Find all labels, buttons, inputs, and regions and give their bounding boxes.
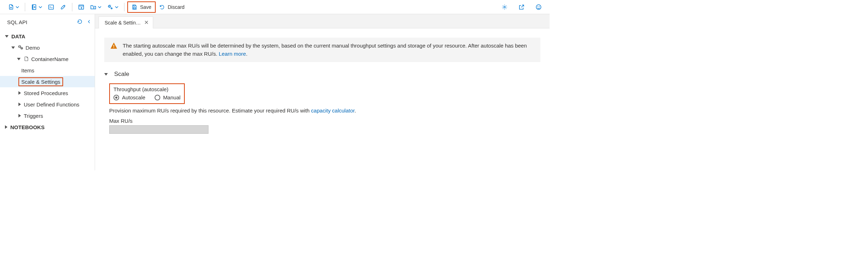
svg-rect-1 xyxy=(49,5,54,9)
sidebar-title: SQL API xyxy=(7,19,77,25)
database-node[interactable]: Demo xyxy=(0,42,95,53)
brush-icon xyxy=(60,4,66,10)
notebook-icon xyxy=(31,4,37,10)
tab-scale-settings[interactable]: Scale & Settin… xyxy=(99,16,153,28)
tab-bar: Scale & Settin… xyxy=(95,14,550,28)
section-data[interactable]: DATA xyxy=(0,31,95,42)
divider xyxy=(124,3,124,11)
save-button[interactable]: Save xyxy=(127,1,156,13)
gear-icon xyxy=(501,4,508,10)
divider xyxy=(72,3,72,11)
svg-point-4 xyxy=(111,8,112,9)
throughput-label: Throughput (autoscale) xyxy=(113,86,180,92)
svg-point-11 xyxy=(18,46,21,47)
svg-point-12 xyxy=(21,47,23,49)
save-icon xyxy=(132,4,137,10)
chevron-down-icon xyxy=(98,6,101,8)
open-external-button[interactable] xyxy=(516,1,528,13)
svg-rect-14 xyxy=(113,45,114,47)
scale-section-heading[interactable]: Scale xyxy=(104,71,540,78)
new-document-icon xyxy=(8,4,14,10)
throughput-block: Throughput (autoscale) Autoscale Manual xyxy=(109,83,185,104)
svg-point-9 xyxy=(539,6,540,7)
tree: DATA Demo ContainerName Items Scale & Se xyxy=(0,30,95,133)
chevron-down-icon xyxy=(16,6,19,8)
svg-rect-15 xyxy=(113,47,114,48)
radio-icon xyxy=(155,95,160,100)
svg-point-6 xyxy=(504,6,506,8)
new-container-button[interactable] xyxy=(28,1,45,13)
top-toolbar: Save Discard xyxy=(0,0,550,14)
tab-label: Scale & Settin… xyxy=(105,20,141,26)
radio-icon xyxy=(113,95,119,100)
tree-item-stored-procedures[interactable]: Stored Procedures xyxy=(0,87,95,99)
banner-text: The starting autoscale max RU/s will be … xyxy=(123,43,527,57)
external-link-icon xyxy=(518,4,525,10)
section-label: DATA xyxy=(11,33,25,39)
svg-point-7 xyxy=(536,5,541,10)
brush-button[interactable] xyxy=(57,1,69,13)
discard-button[interactable]: Discard xyxy=(156,1,188,13)
container-label: ContainerName xyxy=(31,56,68,62)
maxru-input xyxy=(109,125,208,134)
main-area: Scale & Settin… The starting autoscale m… xyxy=(95,14,550,170)
caret-right-icon xyxy=(5,125,7,129)
caret-right-icon xyxy=(18,114,21,117)
svg-rect-5 xyxy=(133,7,135,9)
database-label: Demo xyxy=(26,45,40,51)
window-icon xyxy=(78,4,84,10)
undo-icon xyxy=(159,4,165,10)
caret-down-icon xyxy=(11,46,15,49)
open-button[interactable] xyxy=(75,1,87,13)
tree-item-udf[interactable]: User Defined Functions xyxy=(0,99,95,110)
divider xyxy=(25,3,25,11)
query-button[interactable] xyxy=(45,1,57,13)
close-icon xyxy=(144,20,149,24)
database-icon xyxy=(18,45,23,50)
warning-icon xyxy=(110,42,118,50)
refresh-icon xyxy=(77,19,83,24)
svg-point-8 xyxy=(538,6,538,7)
settings-button[interactable] xyxy=(499,1,511,13)
section-notebooks[interactable]: NOTEBOOKS xyxy=(0,121,95,133)
collapse-button[interactable] xyxy=(86,19,92,26)
sidebar: SQL API DATA Dem xyxy=(0,14,95,170)
tree-item-items[interactable]: Items xyxy=(0,65,95,76)
feedback-button[interactable] xyxy=(533,1,545,13)
chevron-down-icon xyxy=(39,6,42,8)
info-banner: The starting autoscale max RU/s will be … xyxy=(104,38,540,62)
discard-label: Discard xyxy=(168,4,184,10)
caret-right-icon xyxy=(18,103,21,106)
tree-item-triggers[interactable]: Triggers xyxy=(0,110,95,121)
smiley-icon xyxy=(535,4,542,10)
section-label: NOTEBOOKS xyxy=(10,124,45,130)
svg-point-10 xyxy=(18,45,21,48)
svg-point-13 xyxy=(21,48,23,49)
settings-dropdown-button[interactable] xyxy=(104,1,121,13)
folder-dropdown-button[interactable] xyxy=(87,1,104,13)
caret-down-icon xyxy=(17,58,21,60)
container-node[interactable]: ContainerName xyxy=(0,53,95,65)
gears-icon xyxy=(107,4,113,10)
refresh-button[interactable] xyxy=(77,19,83,26)
new-document-button[interactable] xyxy=(5,1,22,13)
caret-down-icon xyxy=(5,35,9,38)
svg-point-3 xyxy=(109,5,111,7)
scale-heading-label: Scale xyxy=(114,71,129,78)
radio-autoscale[interactable]: Autoscale xyxy=(113,94,145,100)
learn-more-link[interactable]: Learn more xyxy=(219,51,246,57)
provision-text: Provision maximum RU/s required by this … xyxy=(109,108,540,114)
maxru-label: Max RU/s xyxy=(109,118,540,124)
tab-close-button[interactable] xyxy=(144,20,149,26)
caret-down-icon xyxy=(104,73,108,76)
tree-item-scale-settings[interactable]: Scale & Settings xyxy=(0,76,95,87)
save-label: Save xyxy=(140,4,151,10)
container-icon xyxy=(23,56,29,62)
terminal-icon xyxy=(48,4,54,10)
chevron-down-icon xyxy=(115,6,118,8)
caret-right-icon xyxy=(18,91,21,95)
folder-icon xyxy=(90,4,96,10)
chevron-left-icon xyxy=(86,19,92,24)
radio-manual[interactable]: Manual xyxy=(155,94,180,100)
capacity-calculator-link[interactable]: capacity calculator xyxy=(311,108,355,114)
